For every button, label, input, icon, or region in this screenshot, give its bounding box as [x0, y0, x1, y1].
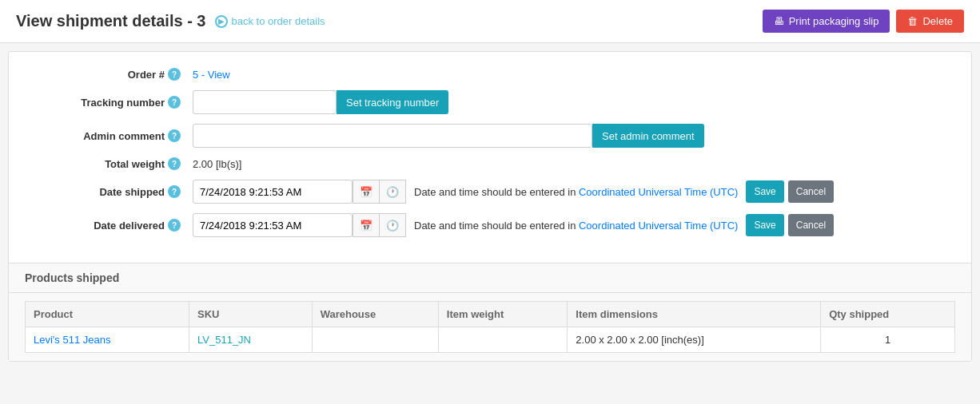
date-shipped-cancel-button[interactable]: Cancel: [788, 180, 834, 203]
header-actions: 🖶 Print packaging slip 🗑 Delete: [763, 10, 964, 33]
product-link[interactable]: Levi's 511 Jeans: [34, 334, 110, 346]
item-weight-cell: [438, 327, 568, 353]
trash-icon: 🗑: [907, 15, 918, 27]
date-delivered-save-button[interactable]: Save: [746, 214, 783, 236]
print-label: Print packaging slip: [789, 15, 879, 27]
date-delivered-btn-group: 📅 🕐: [353, 213, 406, 237]
order-row: Order # ? 5 - View: [33, 68, 947, 81]
tracking-number-row: Tracking number ? Set tracking number: [33, 90, 947, 114]
warehouse-cell: [312, 327, 438, 353]
admin-comment-label: Admin comment ?: [33, 129, 193, 142]
admin-comment-input[interactable]: [193, 124, 592, 148]
total-weight-help-icon[interactable]: ?: [168, 157, 181, 170]
products-table: Product SKU Warehouse Item weight Item d…: [25, 301, 955, 353]
page-title: View shipment details - 3: [16, 12, 205, 30]
date-shipped-actions: Save Cancel: [746, 180, 834, 203]
order-label: Order # ?: [33, 68, 193, 81]
print-packaging-slip-button[interactable]: 🖶 Print packaging slip: [763, 10, 890, 33]
date-delivered-actions: Save Cancel: [746, 214, 834, 236]
print-icon: 🖶: [774, 15, 784, 27]
date-delivered-label: Date delivered ?: [33, 219, 193, 232]
item-dimensions-cell: 2.00 x 2.00 x 2.00 [inch(es)]: [568, 327, 821, 353]
product-name-cell: Levi's 511 Jeans: [26, 327, 189, 353]
qty-shipped-cell: 1: [821, 327, 955, 353]
back-to-order-link[interactable]: ▶ back to order details: [215, 15, 325, 28]
order-help-icon[interactable]: ?: [168, 68, 181, 81]
admin-comment-row: Admin comment ? Set admin comment: [33, 124, 947, 148]
sku-value: LV_511_JN: [197, 334, 251, 346]
date-delivered-input[interactable]: [193, 213, 353, 237]
date-delivered-help-icon[interactable]: ?: [168, 219, 181, 232]
date-delivered-calendar-icon[interactable]: 📅: [353, 213, 380, 237]
date-delivered-input-group: 📅 🕐: [193, 213, 406, 237]
products-section-header: Products shipped: [9, 263, 971, 293]
delete-button[interactable]: 🗑 Delete: [896, 10, 964, 33]
total-weight-value: 2.00 [lb(s)]: [193, 158, 241, 170]
date-delivered-clock-icon[interactable]: 🕐: [380, 213, 406, 237]
col-warehouse: Warehouse: [312, 302, 438, 327]
products-section: Products shipped Product SKU Warehouse I…: [9, 263, 971, 361]
set-tracking-number-button[interactable]: Set tracking number: [337, 90, 448, 114]
delete-label: Delete: [922, 15, 953, 27]
tracking-label: Tracking number ?: [33, 96, 193, 109]
col-item-dimensions: Item dimensions: [568, 302, 821, 327]
header-bar: View shipment details - 3 ▶ back to orde…: [0, 0, 980, 43]
col-qty-shipped: Qty shipped: [821, 302, 955, 327]
col-item-weight: Item weight: [438, 302, 568, 327]
order-link[interactable]: 5 - View: [193, 69, 230, 81]
date-shipped-btn-group: 📅 🕐: [353, 180, 406, 204]
set-admin-comment-button[interactable]: Set admin comment: [592, 124, 704, 148]
date-shipped-utc-note: Date and time should be entered in Coord…: [414, 186, 738, 198]
date-delivered-utc-note: Date and time should be entered in Coord…: [414, 220, 738, 232]
table-header-row: Product SKU Warehouse Item weight Item d…: [26, 302, 955, 327]
date-shipped-save-button[interactable]: Save: [746, 180, 783, 203]
sku-cell: LV_511_JN: [189, 327, 313, 353]
content-area: Order # ? 5 - View Tracking number ? Set…: [8, 51, 972, 362]
col-product: Product: [26, 302, 189, 327]
date-delivered-row: Date delivered ? 📅 🕐 Date and time shoul…: [33, 213, 947, 237]
tracking-number-input[interactable]: [193, 90, 337, 114]
date-delivered-cancel-button[interactable]: Cancel: [788, 214, 834, 236]
total-weight-row: Total weight ? 2.00 [lb(s)]: [33, 157, 947, 170]
back-circle-icon: ▶: [215, 15, 228, 28]
total-weight-label: Total weight ?: [33, 157, 193, 170]
date-shipped-calendar-icon[interactable]: 📅: [353, 180, 380, 204]
date-shipped-row: Date shipped ? 📅 🕐 Date and time should …: [33, 180, 947, 204]
products-table-wrap: Product SKU Warehouse Item weight Item d…: [9, 293, 971, 361]
back-link-label: back to order details: [231, 15, 325, 27]
form-section: Order # ? 5 - View Tracking number ? Set…: [9, 52, 971, 263]
header-left: View shipment details - 3 ▶ back to orde…: [16, 12, 325, 30]
col-sku: SKU: [189, 302, 313, 327]
admin-comment-help-icon[interactable]: ?: [168, 129, 181, 142]
tracking-help-icon[interactable]: ?: [168, 96, 181, 109]
date-shipped-help-icon[interactable]: ?: [168, 185, 181, 198]
date-shipped-clock-icon[interactable]: 🕐: [380, 180, 406, 204]
table-row: Levi's 511 Jeans LV_511_JN 2.00 x 2.00 x…: [26, 327, 955, 353]
date-shipped-label: Date shipped ?: [33, 185, 193, 198]
date-shipped-input-group: 📅 🕐: [193, 180, 406, 204]
date-shipped-input[interactable]: [193, 180, 353, 204]
